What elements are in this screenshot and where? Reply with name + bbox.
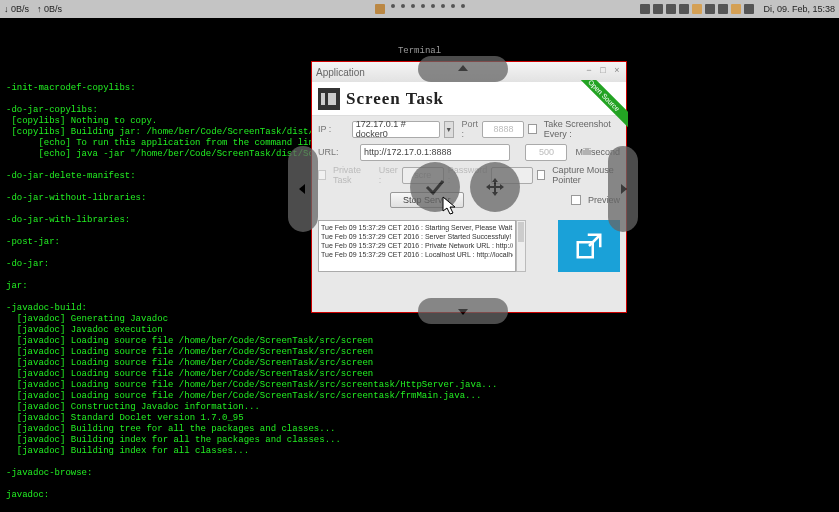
tray-icon[interactable] — [666, 4, 676, 14]
tray-icon[interactable] — [640, 4, 650, 14]
port-field[interactable]: 8888 — [482, 121, 524, 138]
panel-icon[interactable] — [375, 4, 385, 14]
tray-icon[interactable] — [679, 4, 689, 14]
tray-icon[interactable] — [718, 4, 728, 14]
net-speed-down: ↓ 0B/s — [4, 4, 29, 14]
panel-dot — [411, 4, 415, 8]
preview-thumbnail — [558, 220, 620, 272]
tray-icon[interactable] — [705, 4, 715, 14]
app-header: Screen Task Open Source — [312, 82, 626, 116]
share-screen-icon — [574, 231, 604, 261]
terminal-title: Terminal — [6, 46, 833, 57]
minimize-button[interactable]: − — [584, 65, 594, 75]
preview-checkbox[interactable] — [571, 195, 581, 205]
nav-up-button[interactable] — [418, 56, 508, 82]
take-screenshot-checkbox[interactable] — [528, 124, 536, 134]
nav-right-button[interactable] — [608, 146, 638, 232]
ip-select[interactable]: 172.17.0.1 # docker0 — [352, 121, 440, 138]
capture-pointer-checkbox[interactable] — [537, 170, 545, 180]
ip-dropdown-button[interactable]: ▼ — [444, 121, 454, 138]
tray-icon[interactable] — [731, 4, 741, 14]
system-topbar: ↓ 0B/s ↑ 0B/s Di, 09. Feb, 15:38 — [0, 0, 839, 18]
user-label: User : — [379, 165, 398, 185]
app-title: Screen Task — [346, 89, 444, 109]
move-button[interactable] — [470, 162, 520, 212]
panel-dot — [421, 4, 425, 8]
app-body: IP : 172.17.0.1 # docker0 ▼ Port : 8888 … — [312, 116, 626, 220]
url-field[interactable]: http://172.17.0.1:8888 — [360, 144, 510, 161]
arrow-right-icon — [616, 182, 630, 196]
tray-icon[interactable] — [692, 4, 702, 14]
tray-icon[interactable] — [653, 4, 663, 14]
nav-left-button[interactable] — [288, 146, 318, 232]
log-box[interactable]: Tue Feb 09 15:37:29 CET 2016 : Starting … — [318, 220, 516, 272]
window-title: Application — [316, 67, 365, 78]
close-button[interactable]: × — [612, 65, 622, 75]
confirm-button[interactable] — [410, 162, 460, 212]
panel-dot — [401, 4, 405, 8]
panel-dot — [391, 4, 395, 8]
panel-dot — [441, 4, 445, 8]
panel-dot — [451, 4, 455, 8]
clock[interactable]: Di, 09. Feb, 15:38 — [763, 4, 835, 14]
application-window[interactable]: Application − □ × Screen Task Open Sourc… — [312, 62, 626, 312]
arrow-down-icon — [456, 304, 470, 318]
check-icon — [423, 175, 447, 199]
arrow-up-icon — [456, 62, 470, 76]
arrow-left-icon — [296, 182, 310, 196]
ip-label: IP : — [318, 124, 348, 134]
app-logo-icon — [318, 88, 340, 110]
panel-dot — [431, 4, 435, 8]
private-task-checkbox[interactable] — [318, 170, 326, 180]
panel-dot — [461, 4, 465, 8]
move-icon — [483, 175, 507, 199]
maximize-button[interactable]: □ — [598, 65, 608, 75]
interval-field[interactable]: 500 — [525, 144, 567, 161]
url-label: URL: — [318, 147, 356, 157]
nav-down-button[interactable] — [418, 298, 508, 324]
private-task-label: Private Task — [333, 165, 369, 185]
take-screenshot-label: Take Screenshot Every : — [544, 119, 620, 139]
net-speed-up: ↑ 0B/s — [37, 4, 62, 14]
tray-icon[interactable] — [744, 4, 754, 14]
log-scrollbar[interactable] — [516, 220, 526, 272]
port-label: Port : — [462, 119, 479, 139]
